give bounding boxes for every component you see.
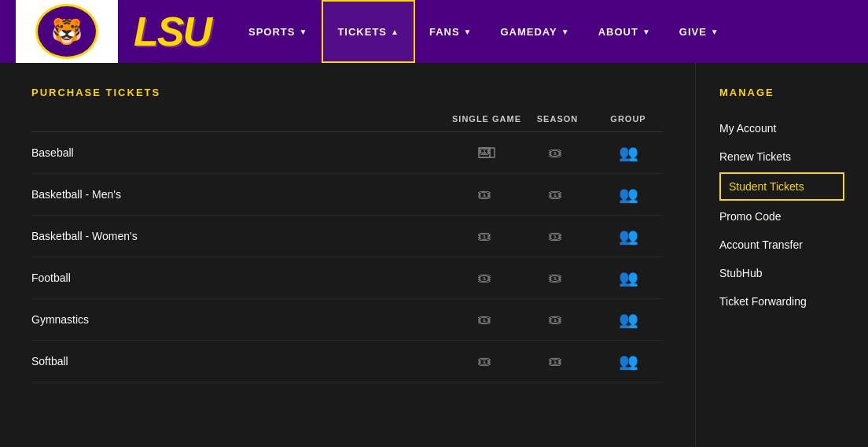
svg-text:🎟: 🎟: [548, 312, 562, 327]
ticket-table-headers: SINGLE GAME SEASON GROUP: [31, 114, 664, 132]
chevron-down-icon: ▼: [561, 28, 570, 36]
nav-item-gameday[interactable]: GAMEDAY ▼: [486, 0, 583, 63]
svg-text:🎟: 🎟: [477, 312, 491, 327]
group-ticket-icon[interactable]: 👥: [593, 268, 664, 287]
single-game-ticket-icon[interactable]: 🎟 🎟: [451, 142, 522, 164]
chevron-down-icon: ▼: [642, 28, 651, 36]
nav-item-tickets[interactable]: TICKETS ▲: [322, 0, 415, 63]
manage-item-stubhub[interactable]: StubHub: [719, 259, 844, 287]
group-icon: 👥: [619, 268, 638, 287]
tickets-dropdown: PURCHASE TICKETS SINGLE GAME SEASON GROU…: [0, 63, 868, 447]
season-icon: 🎟: [546, 308, 568, 331]
ticket-icon: 🎟: [476, 308, 498, 331]
sport-name: Basketball - Men's: [31, 188, 451, 201]
sport-name: Football: [31, 272, 451, 284]
manage-item-renew-tickets[interactable]: Renew Tickets: [719, 142, 844, 171]
group-icon: 👥: [619, 310, 638, 329]
manage-title: MANAGE: [719, 87, 844, 98]
svg-text:🎟: 🎟: [548, 353, 562, 369]
sport-name: Gymnastics: [31, 313, 451, 326]
ticket-icon: 🎟: [476, 350, 498, 372]
tiger-icon: 🐯: [51, 17, 83, 46]
logo-area: 🐯: [16, 0, 118, 63]
manage-section: MANAGE My Account Renew Tickets Student …: [695, 63, 868, 447]
single-game-ticket-icon[interactable]: 🎟: [451, 350, 522, 372]
single-game-ticket-icon[interactable]: 🎟: [451, 183, 522, 205]
nav-item-about[interactable]: ABOUT ▼: [584, 0, 665, 63]
svg-text:🎟: 🎟: [548, 145, 562, 161]
season-icon: 🎟: [546, 183, 568, 205]
single-game-ticket-icon[interactable]: 🎟: [451, 308, 522, 331]
manage-item-my-account[interactable]: My Account: [719, 114, 844, 142]
ticket-icon: 🎟: [476, 183, 498, 205]
ticket-icon: 🎟 🎟: [476, 142, 498, 164]
svg-text:🎟: 🎟: [548, 187, 562, 202]
nav-item-fans[interactable]: FANS ▼: [415, 0, 487, 63]
season-icon: 🎟: [546, 225, 568, 247]
table-row[interactable]: Basketball - Women's 🎟 🎟 👥: [31, 216, 664, 257]
season-ticket-icon[interactable]: 🎟: [522, 350, 593, 372]
ticket-icon: 🎟: [476, 225, 498, 247]
main-nav: SPORTS ▼ TICKETS ▲ FANS ▼ GAMEDAY ▼ ABOU…: [234, 0, 852, 63]
svg-text:🎟: 🎟: [548, 270, 562, 286]
season-header: SEASON: [522, 114, 593, 124]
sport-name: Softball: [31, 355, 451, 368]
svg-text:🎟: 🎟: [477, 187, 491, 202]
chevron-down-icon: ▼: [299, 28, 307, 36]
table-row[interactable]: Football 🎟 🎟 👥: [31, 257, 664, 299]
manage-item-account-transfer[interactable]: Account Transfer: [719, 231, 844, 259]
group-icon: 👥: [619, 143, 638, 162]
chevron-up-icon: ▲: [391, 28, 399, 36]
single-game-header: SINGLE GAME: [451, 114, 522, 124]
season-icon: 🎟: [546, 142, 568, 164]
svg-text:🎟: 🎟: [478, 144, 491, 157]
lsu-wordmark: LSU: [134, 8, 211, 55]
top-nav: 🐯 LSU SPORTS ▼ TICKETS ▲ FANS ▼ GAMEDAY …: [0, 0, 868, 63]
season-ticket-icon[interactable]: 🎟: [522, 267, 593, 289]
season-ticket-icon[interactable]: 🎟: [522, 142, 593, 164]
sport-name: Basketball - Women's: [31, 230, 451, 242]
manage-item-ticket-forwarding[interactable]: Ticket Forwarding: [719, 287, 844, 316]
season-icon: 🎟: [546, 350, 568, 372]
manage-items-list: My Account Renew Tickets Student Tickets…: [719, 114, 844, 316]
group-ticket-icon[interactable]: 👥: [593, 227, 664, 246]
table-row[interactable]: Basketball - Men's 🎟 🎟 👥: [31, 174, 664, 216]
purchase-tickets-section: PURCHASE TICKETS SINGLE GAME SEASON GROU…: [0, 63, 695, 447]
group-header: GROUP: [593, 114, 664, 124]
nav-item-give[interactable]: GIVE ▼: [665, 0, 734, 63]
group-icon: 👥: [619, 352, 638, 371]
single-game-ticket-icon[interactable]: 🎟: [451, 267, 522, 289]
manage-item-promo-code[interactable]: Promo Code: [719, 202, 844, 231]
table-row[interactable]: Gymnastics 🎟 🎟 👥: [31, 299, 664, 341]
nav-item-sports[interactable]: SPORTS ▼: [234, 0, 322, 63]
purchase-tickets-title: PURCHASE TICKETS: [31, 87, 664, 98]
season-icon: 🎟: [546, 267, 568, 289]
single-game-ticket-icon[interactable]: 🎟: [451, 225, 522, 247]
group-ticket-icon[interactable]: 👥: [593, 143, 664, 162]
tiger-logo: 🐯: [35, 4, 98, 59]
group-ticket-icon[interactable]: 👥: [593, 185, 664, 204]
svg-text:🎟: 🎟: [477, 353, 491, 369]
group-ticket-icon[interactable]: 👥: [593, 310, 664, 329]
season-ticket-icon[interactable]: 🎟: [522, 225, 593, 247]
table-row[interactable]: Softball 🎟 🎟 👥: [31, 341, 664, 382]
svg-text:🎟: 🎟: [477, 270, 491, 286]
sport-name: Baseball: [31, 146, 451, 159]
season-ticket-icon[interactable]: 🎟: [522, 183, 593, 205]
ticket-icon: 🎟: [476, 267, 498, 289]
season-ticket-icon[interactable]: 🎟: [522, 308, 593, 331]
group-icon: 👥: [619, 185, 638, 204]
table-row[interactable]: Baseball 🎟 🎟 🎟: [31, 132, 664, 174]
manage-item-student-tickets[interactable]: Student Tickets: [719, 172, 844, 201]
chevron-down-icon: ▼: [711, 28, 719, 36]
ticket-table: SINGLE GAME SEASON GROUP Baseball 🎟: [31, 114, 664, 382]
svg-text:🎟: 🎟: [477, 228, 491, 244]
svg-text:🎟: 🎟: [548, 228, 562, 244]
group-icon: 👥: [619, 227, 638, 246]
group-ticket-icon[interactable]: 👥: [593, 352, 664, 371]
chevron-down-icon: ▼: [464, 28, 473, 36]
